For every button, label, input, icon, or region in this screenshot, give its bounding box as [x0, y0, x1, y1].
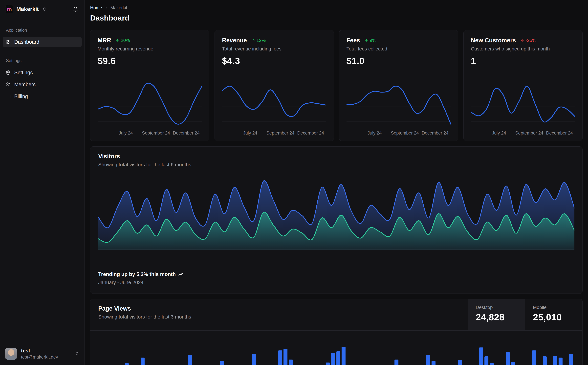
user-email: test@makerkit.dev — [21, 355, 58, 360]
stat-card-mrr: MRR 20% Monthly recurring revenue $9.6 J… — [90, 30, 209, 141]
pageview-bar — [394, 359, 398, 365]
sidebar-item-label: Billing — [14, 93, 28, 99]
sidebar-item-billing[interactable]: Billing — [3, 93, 82, 100]
users-icon — [6, 82, 11, 87]
card-title: New Customers — [471, 37, 516, 44]
stat-cards-row: MRR 20% Monthly recurring revenue $9.6 J… — [90, 30, 582, 141]
visitors-trend: Trending up by 5.2% this month — [98, 271, 574, 277]
workspace-header: m Makerkit — [0, 0, 84, 13]
layout-dashboard-icon — [6, 40, 11, 44]
pageview-bar — [220, 361, 224, 365]
chevrons-up-down-icon — [75, 351, 79, 356]
user-menu[interactable]: test test@makerkit.dev — [0, 348, 84, 365]
mobile-toggle[interactable]: Mobile 25,010 — [525, 299, 582, 330]
desktop-value: 24,828 — [476, 312, 525, 323]
pageview-bar — [188, 355, 192, 365]
pageview-bar — [252, 354, 256, 365]
pageview-bar — [326, 363, 330, 365]
pageview-bar — [432, 361, 436, 365]
pageview-bar — [458, 360, 462, 365]
card-title: MRR — [97, 37, 111, 44]
trend-badge: 12% — [251, 38, 266, 43]
card-subtitle: Customers who signed up this month — [471, 46, 575, 52]
sidebar-item-label: Members — [14, 82, 35, 88]
app-root: m Makerkit Application Dashboard Setting… — [0, 0, 588, 365]
pageview-bar — [511, 362, 515, 365]
credit-card-icon — [6, 94, 11, 99]
sparkline-chart[interactable]: July 24September 24December 24 — [222, 79, 326, 136]
card-title: Revenue — [222, 37, 247, 44]
pageview-bar — [506, 352, 510, 365]
pageview-bar — [284, 349, 287, 365]
page-views-bar-chart[interactable] — [98, 330, 574, 365]
mobile-label: Mobile — [533, 305, 582, 310]
gear-icon — [6, 70, 11, 75]
page-views-title: Page Views — [98, 305, 460, 312]
section-label-settings: Settings — [6, 58, 82, 63]
breadcrumb-current: Makerkit — [110, 5, 127, 10]
main-content: Home Makerkit Dashboard MRR 20% Monthly … — [84, 0, 588, 365]
page-views-card: Page Views Showing total visitors for th… — [90, 299, 582, 365]
desktop-toggle[interactable]: Desktop 24,828 — [468, 299, 525, 330]
arrow-up-icon — [251, 39, 255, 42]
stat-card-new-customers: New Customers -25% Customers who signed … — [463, 30, 582, 141]
workspace-name: Makerkit — [16, 6, 39, 12]
chevrons-up-down-icon[interactable] — [42, 7, 47, 11]
arrow-up-icon — [116, 39, 119, 42]
pageview-bar — [553, 356, 557, 365]
x-axis-labels: July 24September 24December 24 — [97, 131, 202, 136]
trend-badge: 9% — [365, 38, 376, 43]
stat-card-fees: Fees 9% Total fees collected $1.0 July 2… — [339, 30, 458, 141]
section-label-application: Application — [6, 28, 82, 33]
page-views-header: Page Views Showing total visitors for th… — [90, 299, 582, 330]
sidebar-item-label: Settings — [14, 70, 33, 76]
sparkline-chart[interactable]: July 24September 24December 24 — [97, 79, 202, 136]
pageview-bar — [569, 354, 573, 365]
sidebar-nav: Application Dashboard Settings Settings — [0, 13, 84, 100]
stat-card-revenue: Revenue 12% Total revenue including fees… — [214, 30, 334, 141]
breadcrumb-home-link[interactable]: Home — [90, 5, 102, 10]
visitors-area-chart[interactable] — [98, 178, 574, 250]
visitors-period: January - June 2024 — [98, 280, 574, 285]
card-title: Fees — [346, 37, 360, 44]
chevron-right-icon — [104, 6, 108, 10]
pageview-bar — [559, 358, 562, 365]
visitors-subtitle: Showing total visitors for the last 6 mo… — [98, 162, 574, 168]
trend-badge: 20% — [116, 38, 130, 43]
sidebar-item-dashboard[interactable]: Dashboard — [3, 37, 82, 47]
desktop-label: Desktop — [476, 305, 525, 310]
card-subtitle: Total fees collected — [346, 46, 451, 52]
gridline — [98, 339, 574, 339]
pageview-bar — [479, 347, 483, 365]
sparkline-chart[interactable]: July 24September 24December 24 — [346, 79, 451, 136]
x-axis-labels: July 24September 24December 24 — [471, 131, 575, 136]
user-meta: test test@makerkit.dev — [21, 348, 58, 360]
pageview-bar — [490, 363, 494, 365]
card-value: $1.0 — [346, 56, 451, 66]
pageview-bar — [484, 356, 488, 365]
sparkline-chart[interactable]: July 24September 24December 24 — [471, 79, 575, 136]
card-value: $4.3 — [222, 56, 326, 66]
card-value: $9.6 — [97, 56, 202, 66]
arrow-up-icon — [365, 39, 368, 42]
pageview-bar — [331, 353, 335, 365]
sidebar-item-settings[interactable]: Settings — [3, 69, 82, 77]
card-subtitle: Monthly recurring revenue — [97, 46, 202, 52]
pageview-bar — [543, 356, 547, 365]
trending-up-icon — [178, 272, 183, 277]
pageview-bar — [532, 351, 536, 365]
mobile-value: 25,010 — [533, 312, 582, 323]
x-axis-labels: July 24September 24December 24 — [222, 131, 326, 136]
sidebar-item-label: Dashboard — [14, 39, 39, 45]
page-title: Dashboard — [90, 14, 582, 22]
trend-badge: -25% — [520, 38, 536, 43]
breadcrumb: Home Makerkit — [90, 5, 582, 10]
card-value: 1 — [471, 56, 575, 66]
card-subtitle: Total revenue including fees — [222, 46, 326, 52]
logo-letter: m — [7, 6, 12, 12]
bell-icon[interactable] — [73, 7, 78, 12]
avatar — [5, 348, 17, 360]
pageview-bar — [125, 363, 129, 365]
x-axis-labels: July 24September 24December 24 — [346, 131, 451, 136]
sidebar-item-members[interactable]: Members — [3, 81, 82, 88]
